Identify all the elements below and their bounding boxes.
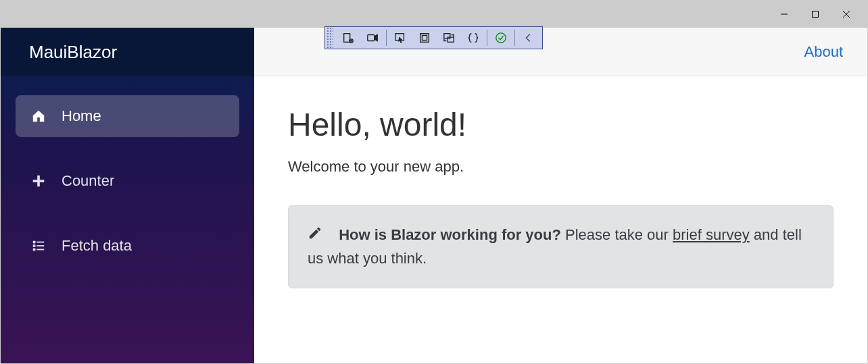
survey-link[interactable]: brief survey — [673, 226, 750, 243]
svg-rect-10 — [33, 249, 36, 251]
toolbar-separator — [386, 30, 387, 46]
toolbar-separator — [514, 30, 515, 46]
svg-rect-6 — [33, 241, 36, 244]
svg-rect-5 — [33, 180, 45, 182]
debug-toolbar[interactable] — [324, 26, 543, 49]
svg-rect-22 — [448, 37, 454, 42]
about-link[interactable]: About — [804, 43, 844, 61]
sidebar-item-label: Counter — [62, 172, 114, 190]
svg-rect-21 — [443, 34, 450, 38]
pencil-icon — [308, 224, 322, 247]
square-icon[interactable] — [412, 28, 437, 47]
window-maximize-button[interactable] — [800, 3, 831, 25]
braces-icon[interactable] — [461, 28, 485, 47]
svg-rect-20 — [422, 35, 427, 40]
list-icon — [30, 238, 47, 254]
chevron-left-icon[interactable] — [516, 28, 541, 47]
sidebar-item-fetchdata[interactable]: Fetch data — [16, 225, 239, 267]
nav-list: Home Counter Fetch data — [1, 76, 254, 267]
svg-rect-16 — [367, 35, 374, 41]
page-title: Hello, world! — [288, 106, 834, 143]
svg-rect-7 — [37, 242, 44, 243]
svg-rect-9 — [37, 245, 44, 246]
video-icon[interactable] — [360, 28, 385, 47]
svg-rect-8 — [33, 244, 36, 247]
check-circle-icon[interactable] — [489, 28, 513, 47]
sidebar-item-label: Fetch data — [62, 237, 132, 255]
grip-icon[interactable] — [327, 27, 333, 49]
sidebar: MauiBlazor Home Counter — [1, 28, 254, 363]
survey-alert: How is Blazor working for you? Please ta… — [288, 205, 834, 288]
app-frame: MauiBlazor Home Counter — [1, 28, 867, 363]
plus-icon — [30, 173, 47, 189]
sidebar-item-label: Home — [62, 107, 101, 125]
svg-rect-19 — [420, 34, 429, 43]
sidebar-item-home[interactable]: Home — [16, 95, 239, 137]
lead-text: Welcome to your new app. — [288, 158, 834, 176]
sidebar-item-counter[interactable]: Counter — [16, 160, 239, 202]
window-minimize-button[interactable] — [769, 3, 800, 25]
toolbar-separator — [487, 30, 487, 46]
svg-rect-1 — [813, 11, 819, 18]
layout-icon[interactable] — [336, 28, 360, 47]
svg-point-23 — [496, 33, 505, 43]
brand-label: MauiBlazor — [29, 42, 117, 63]
main-area: About Hello, world! Welcome to your new … — [254, 28, 867, 363]
survey-prefix: Please take our — [561, 226, 673, 243]
svg-rect-11 — [37, 249, 44, 251]
window-close-button[interactable] — [831, 3, 862, 25]
pointer-icon[interactable] — [388, 28, 412, 47]
page-content: Hello, world! Welcome to your new app. H… — [254, 76, 867, 318]
home-icon — [30, 108, 47, 124]
window-titlebar — [1, 1, 867, 28]
brand-title: MauiBlazor — [1, 28, 254, 76]
survey-title: How is Blazor working for you? — [339, 226, 561, 243]
swap-icon[interactable] — [437, 28, 461, 47]
